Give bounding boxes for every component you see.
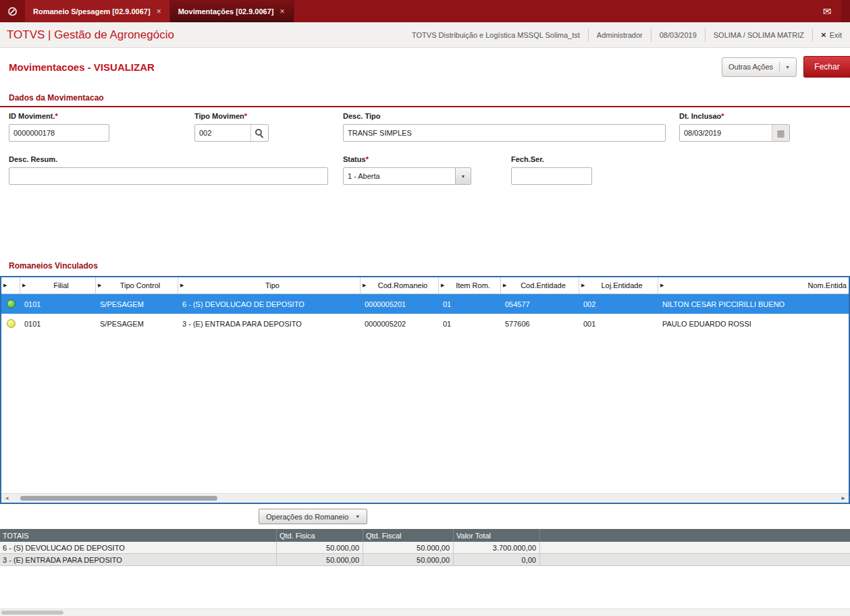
- field-tipo-movimen: Tipo Movimen*: [194, 111, 269, 142]
- row-status-yellow-icon: [7, 319, 16, 328]
- other-actions-button[interactable]: Outras Ações ▼: [722, 57, 797, 77]
- required-marker: *: [244, 112, 247, 120]
- totals-row: 3 - (E) ENTRADA PARA DEPOSITO 50.000,00 …: [0, 554, 850, 566]
- totals-col-qtd-fisica: Qtd. Fisica: [277, 529, 363, 542]
- field-fech-ser: Fech.Ser.: [511, 155, 592, 185]
- column-marker-icon: ▶: [22, 283, 26, 288]
- tab-label: Movimentações [02.9.0067]: [178, 7, 274, 16]
- tab-bar: ⊘ Romaneio S/pesagem [02.9.0067] × Movim…: [0, 0, 850, 22]
- tab-movimentacoes[interactable]: Movimentações [02.9.0067] ×: [170, 0, 294, 22]
- cell-loj-entidade: 002: [579, 300, 658, 308]
- cell-item-rom: 01: [439, 300, 501, 308]
- scroll-left-icon[interactable]: ◄: [1, 495, 12, 501]
- chevron-down-icon: ▼: [355, 514, 360, 519]
- cell-filial: 0101: [20, 320, 96, 328]
- column-header-tipo[interactable]: ▶Tipo: [178, 277, 361, 293]
- scrollbar-thumb[interactable]: [20, 496, 217, 501]
- app-logo-icon[interactable]: ⊘: [0, 0, 25, 22]
- status-select[interactable]: 1 - Aberta ▼: [343, 167, 471, 185]
- totals-qtd-fisica: 50.000,00: [277, 542, 363, 553]
- column-marker-icon: ▶: [581, 283, 585, 288]
- table-row[interactable]: 0101 S/PESAGEM 6 - (S) DEVOLUCAO DE DEPO…: [1, 294, 849, 314]
- dt-inclusao-input[interactable]: [680, 125, 772, 141]
- field-label: Status: [343, 155, 366, 163]
- table-header: ▶ ▶Filial ▶Tipo Control ▶Tipo ▶Cod.Roman…: [1, 277, 849, 294]
- table-row[interactable]: 0101 S/PESAGEM 3 - (E) ENTRADA PARA DEPO…: [1, 314, 849, 333]
- column-header-nom-entidade[interactable]: ▶Nom.Entida: [658, 277, 849, 293]
- field-id-moviment: ID Moviment.*: [9, 111, 109, 142]
- required-marker: *: [55, 112, 57, 120]
- tab-bar-spacer: [294, 0, 813, 22]
- totals-valor-total: 3.700.000,00: [454, 542, 540, 553]
- app-title: TOTVS | Gestão de Agronegócio: [7, 28, 174, 42]
- column-header-tipo-control[interactable]: ▶Tipo Control: [96, 277, 178, 293]
- totals-qtd-fisica: 50.000,00: [277, 554, 363, 565]
- column-header-cod-entidade[interactable]: ▶Cod.Entidade: [501, 277, 579, 293]
- totals-qtd-fiscal: 50.000,00: [363, 554, 454, 565]
- cell-cod-entidade: 577606: [501, 320, 579, 328]
- column-marker-icon: ▶: [98, 283, 101, 288]
- totals-col-blank: [540, 529, 850, 542]
- page-actions: Outras Ações ▼ Fechar: [722, 56, 850, 78]
- field-label: Dt. Inclusao: [679, 112, 721, 120]
- tab-close-icon[interactable]: ×: [280, 7, 285, 16]
- tab-romaneio-spesagem[interactable]: Romaneio S/pesagem [02.9.0067] ×: [25, 0, 170, 22]
- column-header-cod-romaneio[interactable]: ▶Cod.Romaneio: [361, 277, 439, 293]
- calendar-icon[interactable]: ▦: [772, 125, 789, 141]
- totals-valor-total: 0,00: [454, 554, 540, 565]
- field-label: Desc. Tipo: [343, 112, 380, 120]
- spacer: [0, 199, 850, 261]
- page-title-row: Movimentacoes - VISUALIZAR Outras Ações …: [0, 48, 850, 86]
- romaneio-operations-label: Operações do Romaneio: [266, 513, 348, 521]
- app-window: ⊘ Romaneio S/pesagem [02.9.0067] × Movim…: [0, 0, 850, 616]
- required-marker: *: [366, 155, 369, 163]
- chevron-down-icon[interactable]: ▼: [455, 168, 471, 184]
- cell-cod-romaneio: 0000005202: [361, 320, 439, 328]
- scroll-right-icon[interactable]: ►: [838, 495, 849, 501]
- grid-horizontal-scrollbar[interactable]: ◄ ►: [1, 493, 849, 503]
- cell-loj-entidade: 001: [579, 320, 658, 328]
- totals-col-totais: TOTAIS: [0, 529, 277, 542]
- date-label: 08/03/2019: [651, 28, 705, 42]
- cell-tipo-control: S/PESAGEM: [96, 320, 178, 328]
- chevron-down-icon[interactable]: ▼: [779, 62, 790, 72]
- totals-row: 6 - (S) DEVOLUCAO DE DEPOSITO 50.000,00 …: [0, 542, 850, 554]
- required-marker: *: [721, 112, 724, 120]
- column-header-loj-entidade[interactable]: ▶Loj.Entidade: [579, 277, 658, 293]
- tab-close-icon[interactable]: ×: [157, 7, 161, 16]
- field-desc-resum: Desc. Resum.: [9, 155, 328, 185]
- column-header-item-rom[interactable]: ▶Item Rom.: [439, 277, 501, 293]
- cell-tipo: 3 - (E) ENTRADA PARA DEPOSITO: [178, 320, 361, 328]
- close-button[interactable]: Fechar: [803, 56, 850, 78]
- app-header: TOTVS | Gestão de Agronegócio TOTVS Dist…: [0, 22, 850, 48]
- exit-icon: ×: [821, 30, 826, 40]
- totals-table: TOTAIS Qtd. Fisica Qtd. Fiscal Valor Tot…: [0, 529, 850, 566]
- field-dt-inclusao: Dt. Inclusao* ▦: [679, 111, 790, 142]
- company-label: SOLIMA / SOLIMA MATRIZ: [705, 28, 812, 42]
- id-moviment-input[interactable]: [9, 125, 109, 141]
- exit-button[interactable]: × Exit: [812, 28, 850, 42]
- scrollbar-thumb[interactable]: [1, 611, 63, 615]
- search-icon[interactable]: [250, 125, 268, 141]
- totals-col-qtd-fiscal: Qtd. Fiscal: [363, 529, 454, 542]
- form-section-header: Dados da Movimentacao: [0, 86, 850, 107]
- tipo-movimen-input[interactable]: [195, 125, 250, 141]
- column-header-marker[interactable]: ▶: [1, 277, 20, 293]
- romaneio-operations-button[interactable]: Operações do Romaneio ▼: [259, 509, 367, 524]
- tab-label: Romaneio S/pesagem [02.9.0067]: [33, 7, 151, 16]
- desc-tipo-input[interactable]: [344, 125, 665, 141]
- close-button-label: Fechar: [814, 62, 839, 72]
- column-marker-icon: ▶: [441, 283, 444, 288]
- tab-bar-corner: [841, 0, 850, 22]
- totals-label: 3 - (E) ENTRADA PARA DEPOSITO: [0, 554, 277, 565]
- fech-ser-input[interactable]: [512, 168, 591, 184]
- desc-resum-input[interactable]: [9, 168, 327, 184]
- mail-icon[interactable]: ✉: [813, 0, 841, 22]
- column-marker-icon: ▶: [3, 283, 7, 288]
- form-section-title: Dados da Movimentacao: [0, 93, 850, 103]
- field-label: ID Moviment.: [9, 112, 55, 120]
- column-header-filial[interactable]: ▶Filial: [20, 277, 96, 293]
- page-horizontal-scrollbar[interactable]: [0, 609, 850, 616]
- page-title: Movimentacoes - VISUALIZAR: [9, 61, 155, 73]
- cell-item-rom: 01: [439, 320, 501, 328]
